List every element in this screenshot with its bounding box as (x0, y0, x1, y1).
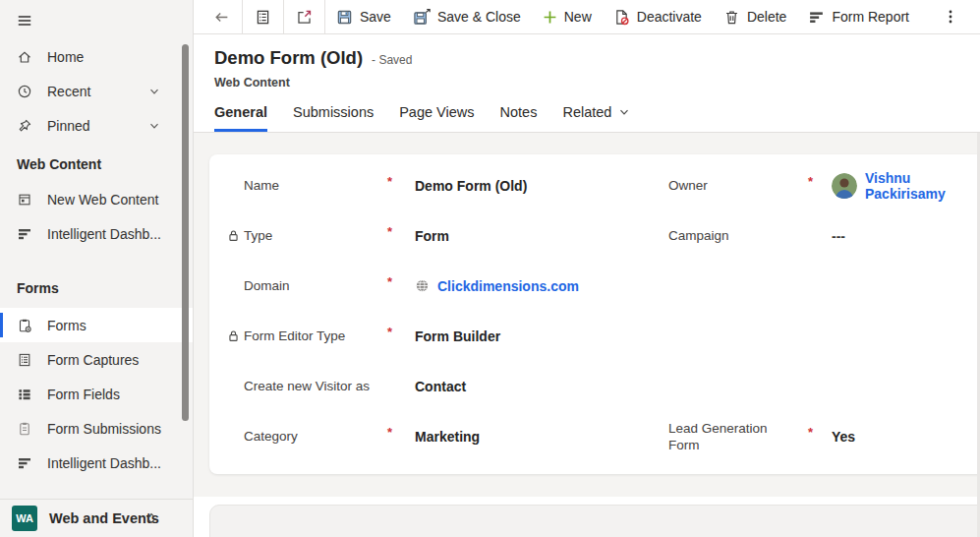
field-form-editor-type: Form Editor Type * Form Builder (244, 311, 652, 361)
field-form-editor-type-value[interactable]: Form Builder (415, 328, 500, 344)
field-domain: Domain * Clickdimensions.com (244, 261, 652, 311)
sidebar-item-intelligent-dashboards-1[interactable]: Intelligent Dashb... (0, 216, 193, 251)
field-create-new-visitor-as: Create new Visitor as Contact (244, 361, 652, 411)
field-lead-generation-form-value[interactable]: Yes (832, 429, 855, 445)
sidebar-item-label: Form Captures (47, 352, 139, 368)
sidebar-scrollbar[interactable] (182, 44, 189, 421)
tab-related[interactable]: Related (562, 100, 630, 132)
tab-notes[interactable]: Notes (500, 100, 538, 132)
sidebar-item-label: Intelligent Dashb... (47, 226, 161, 242)
sitemap-sidebar: Home Recent Pinned Web Con (0, 0, 194, 537)
entity-type-label: Web Content (214, 76, 980, 90)
required-marker: * (387, 411, 415, 440)
trash-icon (723, 9, 740, 26)
field-lead-generation-form: Lead Generation Form * Yes (668, 411, 976, 461)
dashboard-bars-icon (17, 226, 32, 242)
sidebar-item-form-submissions[interactable]: Form Submissions (0, 411, 193, 446)
page-bottom-strip (194, 497, 980, 537)
main-content: Save Save & Close New Deactivate (194, 0, 980, 537)
field-category: Category * Marketing (244, 411, 652, 461)
save-button[interactable]: Save (325, 0, 402, 33)
field-domain-value[interactable]: Clickdimensions.com (415, 278, 579, 294)
field-campaign-value[interactable]: --- (832, 228, 845, 244)
deactivate-button[interactable]: Deactivate (603, 0, 713, 33)
web-content-icon (17, 192, 32, 208)
save-close-icon (413, 9, 431, 26)
required-marker: * (387, 261, 415, 289)
sidebar-item-label: Form Fields (47, 387, 120, 402)
sidebar-item-form-captures[interactable]: Form Captures (0, 342, 193, 377)
sidebar-item-intelligent-dashboards-2[interactable]: Intelligent Dashb... (0, 446, 193, 480)
field-type: Type * Form (244, 210, 652, 261)
record-header: Demo Form (Old) - Saved Web Content Gene… (194, 34, 980, 133)
tab-page-views[interactable]: Page Views (399, 100, 474, 132)
required-marker: * (808, 160, 832, 189)
form-report-button[interactable]: Form Report (797, 0, 920, 33)
sidebar-item-pinned[interactable]: Pinned (0, 108, 193, 143)
tab-submissions[interactable]: Submissions (293, 100, 374, 132)
sidebar-item-label: Forms (47, 318, 86, 333)
sidebar-item-label: Home (47, 49, 84, 65)
record-tabs: General Submissions Page Views Notes Rel… (214, 100, 980, 132)
sidebar-item-home[interactable]: Home (0, 39, 193, 74)
area-switcher-label: Web and Events (49, 510, 159, 526)
field-type-value[interactable]: Form (415, 228, 449, 244)
more-commands-button[interactable] (934, 0, 967, 33)
owner-avatar (832, 173, 857, 199)
form-view-button[interactable] (243, 0, 283, 33)
chevron-down-icon[interactable] (147, 85, 161, 98)
pin-icon (17, 118, 32, 134)
general-section-card: Name * Demo Form (Old) Type * Form (209, 154, 980, 474)
sidebar-item-label: Pinned (47, 118, 90, 134)
field-owner-value[interactable]: Vishnu Packirisamy (832, 170, 976, 202)
save-floppy-icon (336, 9, 353, 26)
required-marker: * (808, 411, 832, 440)
empty-row (668, 311, 976, 361)
area-switcher[interactable]: WA Web and Events (0, 499, 193, 537)
sidebar-nav: Home Recent Pinned Web Con (0, 39, 193, 499)
hamburger-icon (17, 12, 32, 28)
save-and-close-button[interactable]: Save & Close (402, 0, 532, 33)
forms-clipboard-gear-icon (17, 318, 32, 333)
popout-button[interactable] (284, 0, 324, 33)
sidebar-group-web-content: Web Content (0, 150, 193, 178)
app-window: Home Recent Pinned Web Con (0, 0, 980, 537)
field-owner: Owner * Vishnu Packirisamy (668, 160, 976, 210)
tab-general[interactable]: General (214, 100, 267, 132)
new-button[interactable]: New (532, 0, 603, 33)
sidebar-item-label: Intelligent Dashb... (47, 455, 161, 471)
area-badge: WA (12, 506, 37, 531)
tab-body: Name * Demo Form (Old) Type * Form (194, 133, 980, 537)
chevron-down-icon[interactable] (147, 119, 161, 133)
save-status: - Saved (372, 53, 412, 67)
field-create-new-visitor-as-value[interactable]: Contact (415, 379, 466, 394)
delete-button[interactable]: Delete (713, 0, 797, 33)
deactivate-icon (613, 9, 630, 26)
command-bar: Save Save & Close New Deactivate (194, 0, 980, 34)
back-button[interactable] (202, 0, 242, 33)
home-icon (17, 49, 32, 65)
sidebar-item-new-web-content[interactable]: New Web Content (0, 182, 193, 216)
empty-row (668, 261, 976, 311)
field-name: Name * Demo Form (Old) (244, 160, 652, 210)
field-category-value[interactable]: Marketing (415, 429, 480, 445)
empty-row (668, 361, 976, 411)
form-captures-icon (17, 352, 32, 368)
form-fields-list-icon (17, 387, 32, 402)
field-name-value[interactable]: Demo Form (Old) (415, 178, 527, 194)
clock-icon (17, 84, 32, 99)
chevron-down-icon (618, 106, 630, 118)
next-section-card-edge (209, 505, 980, 537)
sidebar-item-form-fields[interactable]: Form Fields (0, 377, 193, 411)
required-marker: * (387, 160, 415, 189)
clipboard-icon (17, 421, 32, 437)
sidebar-item-recent[interactable]: Recent (0, 74, 193, 108)
sidebar-item-forms[interactable]: Forms (0, 308, 193, 342)
field-column-right: Owner * Vishnu Packirisamy Campaign --- (668, 160, 976, 461)
hamburger-menu-button[interactable] (0, 0, 193, 39)
sidebar-item-label: New Web Content (47, 192, 158, 208)
sidebar-group-forms: Forms (0, 274, 193, 302)
field-campaign: Campaign --- (668, 210, 976, 261)
field-column-left: Name * Demo Form (Old) Type * Form (244, 160, 652, 461)
sidebar-item-label: Recent (47, 84, 90, 99)
